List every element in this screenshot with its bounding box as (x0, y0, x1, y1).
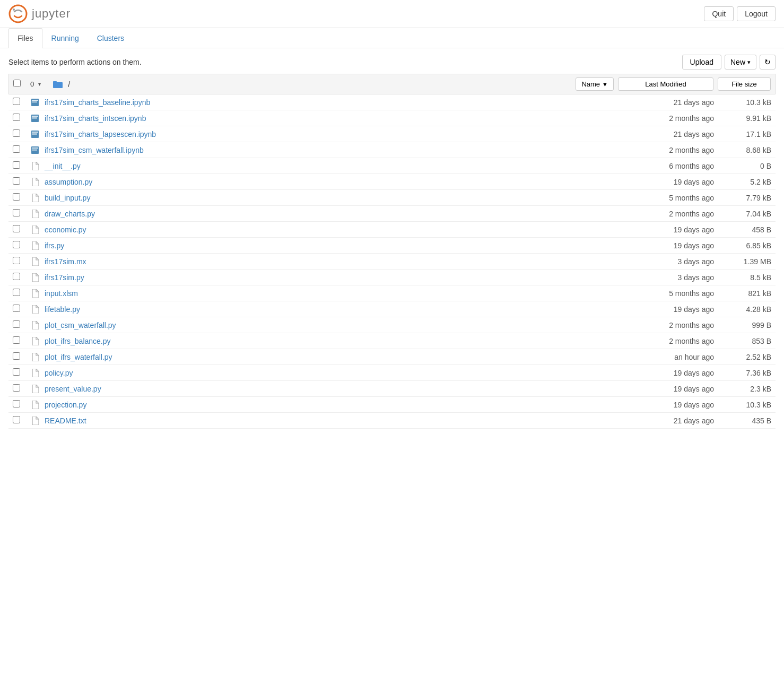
file-name[interactable]: ifrs17sim_charts_intscen.ipynb (45, 114, 614, 123)
file-name[interactable]: plot_ifrs_balance.py (45, 337, 614, 345)
jupyter-logo-icon (8, 4, 28, 23)
file-name[interactable]: policy.py (45, 369, 614, 377)
app-title: jupyter (32, 7, 71, 21)
list-item: policy.py19 days ago7.36 kB (8, 365, 776, 381)
quit-button[interactable]: Quit (704, 6, 734, 21)
list-item: build_input.py5 months ago7.79 kB (8, 190, 776, 206)
file-name[interactable]: __init__.py (45, 162, 614, 170)
file-list-header: 0 ▾ / Name ▼ Last Modified File size (8, 74, 776, 94)
file-name[interactable]: plot_ifrs_waterfall.py (45, 353, 614, 361)
file-name[interactable]: ifrs17sim.mx (45, 257, 614, 266)
file-icon (30, 416, 40, 425)
list-item: plot_csm_waterfall.py2 months ago999 B (8, 317, 776, 333)
list-item: draw_charts.py2 months ago7.04 kB (8, 206, 776, 222)
row-checkbox[interactable] (13, 145, 20, 153)
file-name[interactable]: present_value.py (45, 385, 614, 393)
file-name[interactable]: economic.py (45, 225, 614, 234)
svg-rect-17 (32, 147, 38, 149)
file-size: 0 B (718, 162, 771, 170)
tab-running[interactable]: Running (42, 28, 88, 48)
row-checkbox[interactable] (13, 400, 20, 407)
upload-button[interactable]: Upload (682, 55, 721, 70)
sort-by-modified-button[interactable]: Last Modified (618, 77, 713, 91)
row-checkbox[interactable] (13, 305, 20, 312)
sort-by-name-button[interactable]: Name ▼ (576, 77, 614, 91)
file-size: 458 B (718, 225, 771, 234)
row-checkbox[interactable] (13, 193, 20, 201)
notebook-icon (30, 146, 40, 154)
row-checkbox[interactable] (13, 114, 20, 121)
svg-rect-9 (32, 116, 38, 117)
file-icon (30, 273, 40, 282)
file-icon (30, 178, 40, 186)
file-name[interactable]: ifrs17sim_charts_lapsescen.ipynb (45, 130, 614, 138)
list-item: present_value.py19 days ago2.3 kB (8, 381, 776, 397)
row-checkbox[interactable] (13, 289, 20, 296)
file-name[interactable]: build_input.py (45, 194, 614, 202)
new-dropdown-arrow: ▾ (747, 59, 751, 66)
file-name[interactable]: lifetable.py (45, 305, 614, 314)
notebook-icon (30, 98, 40, 107)
row-checkbox[interactable] (13, 368, 20, 376)
svg-rect-14 (32, 133, 37, 134)
row-checkbox[interactable] (13, 241, 20, 248)
list-item: plot_ifrs_waterfall.pyan hour ago2.52 kB (8, 349, 776, 365)
row-checkbox[interactable] (13, 336, 20, 344)
count-dropdown-icon[interactable]: ▾ (38, 81, 49, 87)
file-name[interactable]: draw_charts.py (45, 210, 614, 218)
row-checkbox[interactable] (13, 273, 20, 280)
file-name[interactable]: input.xlsm (45, 289, 614, 298)
sort-by-size-button[interactable]: File size (718, 77, 771, 91)
refresh-button[interactable]: ↻ (760, 55, 776, 70)
row-checkbox[interactable] (13, 257, 20, 264)
logout-button[interactable]: Logout (737, 6, 776, 21)
row-checkbox[interactable] (13, 384, 20, 392)
select-all-checkbox[interactable] (13, 80, 21, 87)
file-name[interactable]: README.txt (45, 416, 614, 425)
file-size: 8.68 kB (718, 146, 771, 154)
row-checkbox[interactable] (13, 225, 20, 232)
svg-rect-13 (32, 132, 38, 133)
file-name[interactable]: ifrs17sim.py (45, 273, 614, 282)
new-button[interactable]: New ▾ (725, 55, 756, 70)
file-size: 6.85 kB (718, 241, 771, 250)
list-item: input.xlsm5 months ago821 kB (8, 285, 776, 301)
row-checkbox[interactable] (13, 352, 20, 360)
header-checkbox-area (13, 80, 26, 89)
header: jupyter Quit Logout (0, 0, 784, 28)
file-name[interactable]: plot_csm_waterfall.py (45, 321, 614, 329)
tab-clusters[interactable]: Clusters (88, 28, 133, 48)
file-name[interactable]: ifrs.py (45, 241, 614, 250)
svg-rect-5 (32, 100, 38, 101)
file-modified: 19 days ago (619, 241, 714, 250)
tab-files[interactable]: Files (8, 28, 42, 48)
file-size: 5.2 kB (718, 178, 771, 186)
refresh-icon: ↻ (764, 58, 771, 66)
svg-point-0 (10, 5, 27, 22)
row-checkbox[interactable] (13, 177, 20, 185)
file-name[interactable]: projection.py (45, 401, 614, 409)
svg-rect-7 (32, 102, 37, 103)
svg-rect-6 (32, 101, 37, 102)
file-size: 435 B (718, 416, 771, 425)
file-name[interactable]: ifrs17sim_csm_waterfall.ipynb (45, 146, 614, 154)
row-checkbox[interactable] (13, 320, 20, 328)
list-item: economic.py19 days ago458 B (8, 222, 776, 238)
row-checkbox[interactable] (13, 161, 20, 169)
row-checkbox[interactable] (13, 416, 20, 423)
row-checkbox[interactable] (13, 209, 20, 216)
file-modified: 19 days ago (619, 369, 714, 377)
list-item: plot_ifrs_balance.py2 months ago853 B (8, 333, 776, 349)
row-checkbox[interactable] (13, 129, 20, 137)
file-icon (30, 162, 40, 170)
file-modified: 2 months ago (619, 146, 714, 154)
file-modified: 3 days ago (619, 257, 714, 266)
file-list: ifrs17sim_charts_baseline.ipynb21 days a… (8, 94, 776, 429)
file-name[interactable]: ifrs17sim_charts_baseline.ipynb (45, 98, 614, 107)
file-icon (30, 321, 40, 329)
file-icon (30, 305, 40, 314)
list-item: ifrs.py19 days ago6.85 kB (8, 238, 776, 254)
file-name[interactable]: assumption.py (45, 178, 614, 186)
row-checkbox[interactable] (13, 98, 20, 105)
svg-rect-15 (32, 134, 37, 135)
